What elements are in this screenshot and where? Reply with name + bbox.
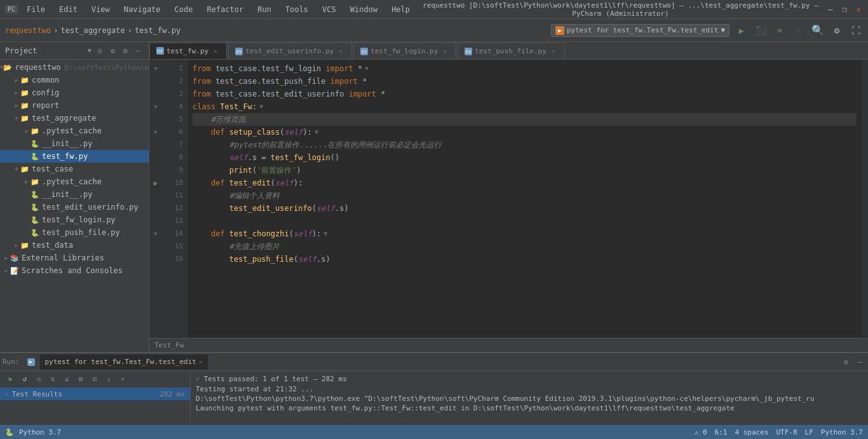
panel-tab-close-button[interactable]: ✕ <box>199 358 203 365</box>
sidebar-item-config[interactable]: ▶ 📁 config <box>0 86 149 99</box>
code-line-15[interactable]: #充值上传图片 <box>193 240 857 253</box>
status-text: Tests passed: 1 of 1 test – 282 ms <box>204 375 347 383</box>
menu-edit[interactable]: Edit <box>54 4 83 15</box>
code-line-3[interactable]: from test_case.test_edit_userinfo import… <box>193 88 857 100</box>
sidebar-item-test_aggregate[interactable]: ▼ 📁 test_aggregate <box>0 112 149 125</box>
run-label: Run: <box>3 358 20 366</box>
more-button[interactable]: » <box>117 373 128 384</box>
code-line-2[interactable]: from test_case.test_push_file import * <box>193 75 857 88</box>
breadcrumb-file[interactable]: test_fw.py <box>135 26 180 35</box>
menu-window[interactable]: Window <box>345 4 383 15</box>
tab-test_fw_login_py[interactable]: py test_fw_login.py ✕ <box>353 43 456 59</box>
sidebar-item-external_libs[interactable]: ▶ 📚 External Libraries <box>0 252 149 264</box>
sidebar-item-pytest_cache[interactable]: ▶ 📁 .pytest_cache <box>0 125 149 137</box>
code-line-10[interactable]: def test_edit(self): <box>193 177 857 189</box>
panel-output[interactable]: ✓ Tests passed: 1 of 1 test – 282 ms Tes… <box>191 371 868 425</box>
breadcrumb-project[interactable]: requesttwo <box>5 26 51 35</box>
tab-close-button[interactable]: ✕ <box>440 47 449 56</box>
code-line-16[interactable]: test_push_file(self.s) <box>193 253 857 266</box>
sidebar-locate-button[interactable]: ◎ <box>94 45 105 57</box>
main-area: Project ▼ ◎ ≡ ⚙ — ▼ 📂 requesttwo D:\soft… <box>0 42 868 352</box>
sidebar-item-test_data[interactable]: ▶ 📁 test_data <box>0 239 149 252</box>
code-line-5[interactable]: #万维页面 <box>193 113 857 126</box>
expand-all-button[interactable]: ⊞ <box>75 373 86 384</box>
settings-button[interactable]: ⚙ <box>830 24 844 37</box>
coverage-button[interactable]: ⊕ <box>773 24 787 37</box>
sidebar-item-test_edit_userinfo[interactable]: 🐍 test_edit_userinfo.py <box>0 201 149 213</box>
close-button[interactable]: ✕ <box>854 5 863 14</box>
expand-button[interactable]: ⛶ <box>849 24 863 37</box>
code-editor[interactable]: ▼▼▼▶▼ 12345678910111213141516 from test_… <box>149 60 868 338</box>
code-line-12[interactable]: test_edit_userinfo(self.s) <box>193 202 857 215</box>
sidebar-item-test_push_file[interactable]: 🐍 test_push_file.py <box>0 226 149 239</box>
fold-marker[interactable]: ▼ <box>365 62 369 75</box>
filter-button[interactable]: ⇊ <box>61 373 72 384</box>
sort-button[interactable]: ⇅ <box>47 373 58 384</box>
menu-tools[interactable]: Tools <box>280 4 313 15</box>
sidebar-settings-button[interactable]: ⚙ <box>119 45 131 57</box>
test-result-item[interactable]: ✓ Test Results 282 ms <box>0 388 190 400</box>
tab-test_fw_py[interactable]: py test_fw.py ✕ <box>149 43 227 59</box>
code-line-8[interactable]: self.s = test_fw_login() <box>193 151 857 164</box>
vertical-scrollbar[interactable] <box>862 60 868 338</box>
minimize-button[interactable]: — <box>826 5 835 14</box>
run-configuration[interactable]: ▶ pytest for test_fw.Test_Fw.test_edit ▼ <box>551 24 729 37</box>
collapse-all-button[interactable]: ⊟ <box>89 373 100 384</box>
stop-run-button[interactable]: ■ <box>33 373 44 384</box>
gutter-12 <box>149 202 162 215</box>
menu-view[interactable]: View <box>86 4 115 15</box>
status-indent: 4 spaces <box>735 428 768 436</box>
fold-marker[interactable]: ▼ <box>259 100 263 113</box>
menu-navigate[interactable]: Navigate <box>119 4 166 15</box>
play-button[interactable]: ▶ <box>5 373 17 384</box>
status-right: ⚠ 0 6:1 4 spaces UTF-8 LF Python 3.7 <box>695 428 863 436</box>
run-config-dropdown-icon[interactable]: ▼ <box>721 26 725 34</box>
breadcrumb-folder[interactable]: test_aggregate <box>60 26 125 35</box>
export-button[interactable]: ↓ <box>103 373 114 384</box>
tab-test_push_file_py[interactable]: py test_push_file.py ✕ <box>458 43 565 59</box>
fold-marker[interactable]: ▼ <box>315 126 318 138</box>
sidebar-item-report[interactable]: ▶ 📁 report <box>0 99 149 112</box>
sidebar-item-requesttwo-root[interactable]: ▼ 📂 requesttwo D:\softTest\Python\work\d… <box>0 61 149 74</box>
menu-run[interactable]: Run <box>252 4 276 15</box>
search-everywhere-button[interactable]: 🔍 <box>811 24 825 37</box>
menu-vcs[interactable]: VCS <box>317 4 341 15</box>
code-line-7[interactable]: #pytest的前置操作......在所有的用例运行前必定会先运行 <box>193 138 857 151</box>
code-line-14[interactable]: def test_chongzhi(self):▼ <box>193 227 857 240</box>
sidebar-item-scratches[interactable]: ▶ 📝 Scratches and Consoles <box>0 264 149 277</box>
panel-settings-button[interactable]: ⚙ <box>840 356 851 368</box>
sidebar-item-__init__py[interactable]: 🐍 __init__.py <box>0 137 149 150</box>
panel-run-tab[interactable]: pytest for test_fw.Test_Fw.test_edit ✕ <box>40 355 208 370</box>
code-line-4[interactable]: class Test_Fw:▼ <box>193 100 857 113</box>
fold-marker[interactable]: ▼ <box>323 227 327 240</box>
tab-close-button[interactable]: ✕ <box>549 47 558 56</box>
maximize-button[interactable]: ❐ <box>840 5 849 14</box>
menu-file[interactable]: File <box>22 4 50 15</box>
rerun-button[interactable]: ↺ <box>19 373 31 384</box>
menu-help[interactable]: Help <box>386 4 415 15</box>
tab-close-button[interactable]: ✕ <box>336 47 345 56</box>
code-line-1[interactable]: from test_case.test_fw_login import *▼ <box>193 62 857 75</box>
code-content[interactable]: from test_case.test_fw_login import *▼fr… <box>187 60 862 338</box>
sidebar-collapse-button[interactable]: ≡ <box>107 45 118 57</box>
code-line-11[interactable]: #编辑个人资料 <box>193 189 857 202</box>
menu-code[interactable]: Code <box>170 4 198 15</box>
debug-button[interactable]: ⬛ <box>754 24 768 37</box>
sidebar-item-test_fw_py[interactable]: 🐍 test_fw.py <box>0 150 149 163</box>
menu-refactor[interactable]: Refactor <box>201 4 248 15</box>
tab-test_edit_userinfo_py[interactable]: py test_edit_userinfo.py ✕ <box>228 43 352 59</box>
sidebar-minimize-button[interactable]: — <box>132 45 144 57</box>
sidebar-item-test_case[interactable]: ▼ 📁 test_case <box>0 163 149 175</box>
sidebar-item-pytest_cache2[interactable]: ▶ 📁 .pytest_cache <box>0 175 149 188</box>
tab-close-button[interactable]: ✕ <box>211 46 220 55</box>
code-line-13[interactable] <box>193 215 857 227</box>
sidebar-dropdown-icon[interactable]: ▼ <box>88 47 92 54</box>
stop-button[interactable]: ■ <box>792 24 806 37</box>
sidebar-item-__init__py2[interactable]: 🐍 __init__.py <box>0 188 149 201</box>
sidebar-item-test_fw_login[interactable]: 🐍 test_fw_login.py <box>0 213 149 226</box>
run-button[interactable]: ▶ <box>735 24 749 37</box>
code-line-6[interactable]: def setup_class(self):▼ <box>193 126 857 138</box>
panel-minimize-button[interactable]: — <box>854 356 865 368</box>
sidebar-item-common[interactable]: ▶ 📁 common <box>0 74 149 86</box>
code-line-9[interactable]: print('前置操作') <box>193 164 857 177</box>
